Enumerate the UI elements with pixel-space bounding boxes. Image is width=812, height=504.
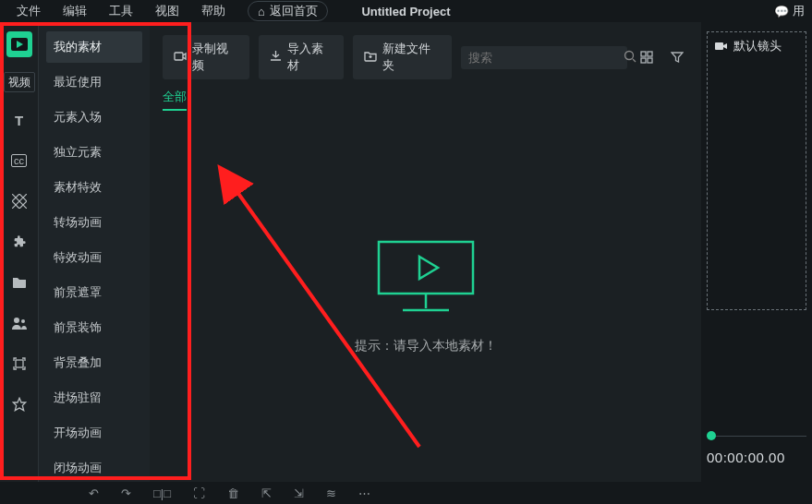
new-folder-label: 新建文件夹 [382,41,440,74]
cat-bg-overlay[interactable]: 背景叠加 [46,347,142,378]
preview-canvas[interactable]: 默认镜头 [707,31,806,310]
cat-element-in[interactable]: 元素入场 [46,102,142,133]
cat-transition[interactable]: 转场动画 [46,207,142,238]
import-label: 导入素材 [287,41,333,74]
redo-icon[interactable]: ↷ [121,486,131,500]
bookmark-in-icon[interactable]: ⇲ [294,486,304,500]
cut-icon[interactable]: □|□ [153,486,171,500]
import-button[interactable]: 导入素材 [259,35,345,79]
crop-icon[interactable]: ⛶ [193,486,205,500]
grid-view-icon[interactable] [636,46,658,68]
svg-rect-9 [648,52,652,56]
bookmark-out-icon[interactable]: ⇱ [261,486,272,500]
cat-my-assets[interactable]: 我的素材 [46,31,142,63]
search-input[interactable] [468,51,624,65]
project-title: Untitled Project [268,5,545,18]
chat-icon[interactable]: 💬 [774,5,789,18]
content-sub-tabs: 全部 [150,89,701,111]
folder-plus-icon [364,51,377,65]
home-icon: ⌂ [258,5,265,18]
svg-rect-4 [16,360,23,367]
media-tab-icon[interactable] [6,31,32,57]
sub-tab-all[interactable]: 全部 [163,89,187,111]
svg-rect-11 [648,58,652,63]
category-panel: 我的素材 最近使用 元素入场 独立元素 素材特效 转场动画 特效动画 前景遮罩 … [39,22,150,482]
cat-fg-mask[interactable]: 前景遮罩 [46,277,142,308]
people-tab-icon[interactable] [6,310,32,336]
undo-icon[interactable]: ↶ [89,486,99,500]
video-label[interactable]: 视频 [4,72,35,92]
bottom-toolbar: ↶ ↷ □|□ ⛶ 🗑 ⇱ ⇲ ≋ ⋯ [0,482,812,504]
menu-edit[interactable]: 编辑 [52,1,98,21]
svg-rect-12 [379,242,473,294]
record-label: 录制视频 [192,41,238,74]
preview-panel: 默认镜头 00:00:00.00 [701,22,812,482]
content-toolbar: 录制视频 导入素材 新建文件夹 [150,22,701,89]
menu-tools[interactable]: 工具 [98,1,144,21]
record-button[interactable]: 录制视频 [163,35,249,79]
pattern-tab-icon[interactable] [6,188,32,214]
menu-view[interactable]: 视图 [144,1,190,21]
cat-recent[interactable]: 最近使用 [46,66,142,98]
text-tab-icon[interactable]: T [6,107,32,133]
new-folder-button[interactable]: 新建文件夹 [353,35,451,79]
svg-point-2 [14,318,19,323]
search-icon[interactable] [624,50,636,66]
timecode: 00:00:00.00 [707,450,806,465]
timeline-marker-area[interactable]: 00:00:00.00 [707,431,806,465]
cat-close-anim[interactable]: 闭场动画 [46,452,142,482]
svg-marker-5 [13,398,25,410]
svg-rect-10 [641,58,646,63]
content-area: 录制视频 导入素材 新建文件夹 全部 [150,22,701,482]
cat-fx-anim[interactable]: 特效动画 [46,242,142,273]
cat-standalone[interactable]: 独立元素 [46,137,142,168]
svg-point-7 [624,51,633,59]
puzzle-tab-icon[interactable] [6,229,32,255]
timeline-line [707,436,806,437]
svg-rect-16 [715,42,723,50]
left-icon-rail: 视频 T cc [0,22,39,482]
search-box[interactable] [461,46,627,69]
cat-asset-fx[interactable]: 素材特效 [46,172,142,203]
transform-tab-icon[interactable] [6,351,32,377]
star-tab-icon[interactable] [6,391,32,417]
svg-rect-6 [175,53,183,60]
camera-label: 默认镜头 [715,38,782,54]
svg-point-3 [21,319,25,323]
menu-file[interactable]: 文件 [6,1,52,21]
import-icon [270,50,282,65]
cat-open-anim[interactable]: 开场动画 [46,417,142,449]
camera-text: 默认镜头 [733,38,782,54]
menu-right-label[interactable]: 用 [793,3,805,19]
empty-hint-text: 提示：请导入本地素材！ [355,338,497,354]
layers-icon[interactable]: ≋ [326,486,336,500]
more-icon[interactable]: ⋯ [358,486,370,500]
cat-stay[interactable]: 进场驻留 [46,382,142,414]
svg-marker-13 [419,257,438,279]
caption-tab-icon[interactable]: cc [6,148,32,174]
filter-icon[interactable] [667,46,688,68]
monitor-play-icon [375,238,477,321]
top-menu: 文件 编辑 工具 视图 帮助 ⌂ 返回首页 Untitled Project 💬… [0,0,812,22]
record-icon [174,51,187,65]
playhead-dot[interactable] [707,431,716,440]
menu-help[interactable]: 帮助 [190,1,236,21]
cat-fg-deco[interactable]: 前景装饰 [46,312,142,343]
trash-icon[interactable]: 🗑 [227,486,239,500]
empty-state: 提示：请导入本地素材！ [150,111,701,482]
svg-rect-8 [641,52,646,56]
folder-tab-icon[interactable] [6,270,32,295]
camera-icon [715,40,728,54]
